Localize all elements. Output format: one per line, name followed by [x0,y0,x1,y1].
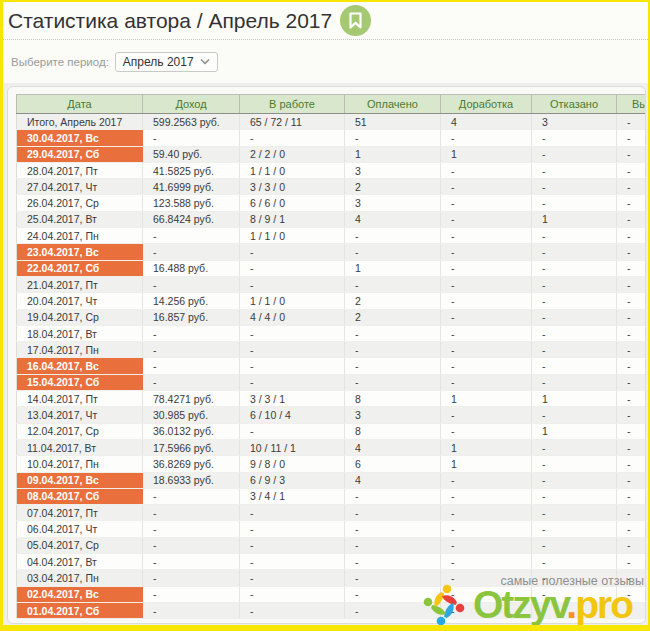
cell-inwork: - [240,358,345,374]
cell-inwork: - [240,342,345,358]
cell-date: 27.04.2017, Чт [17,179,143,195]
cell-inwork: - [240,276,345,292]
table-row: 25.04.2017, Вт66.8424 руб.8 / 9 / 14-1- [17,211,647,227]
cell-income: - [143,374,240,390]
cell-inwork: - [240,325,345,341]
period-bar: Выберите период: Апрель 2017 [3,40,648,83]
cell-date: 15.04.2017, Сб [17,374,143,390]
cell-date: 16.04.2017, Вс [17,358,143,374]
table-row: 07.04.2017, Пт------ [17,505,647,521]
cell-date: Итого, Апрель 2017 [17,114,143,130]
table-row: 30.04.2017, Вс------ [17,130,647,146]
cell-rejected: - [532,325,617,341]
cell-rejected: - [532,293,617,309]
cell-inwork: - [240,521,345,537]
cell-rework: - [441,358,532,374]
cell-rejected: - [532,456,617,472]
cell-inwork: 9 / 8 / 0 [240,456,345,472]
bookmark-icon[interactable] [340,5,371,36]
cell-income: 66.8424 руб. [143,211,240,227]
cell-income: - [143,488,240,504]
cell-inwork: 6 / 10 / 4 [240,407,345,423]
cell-out: - [617,228,647,244]
table-row: 13.04.2017, Чт30.985 руб.6 / 10 / 43--- [17,407,647,423]
cell-date: 23.04.2017, Вс [17,244,143,260]
cell-out: - [617,244,647,260]
cell-date: 04.04.2017, Вт [17,554,143,570]
cell-rejected: - [532,162,617,178]
cell-date: 18.04.2017, Вт [17,325,143,341]
cell-paid: 4 [345,472,441,488]
cell-income: 30.985 руб. [143,407,240,423]
brand-green-part: Otzyv [473,583,566,626]
cell-date: 24.04.2017, Пн [17,228,143,244]
cell-out: - [617,439,647,455]
column-header: Доход [143,95,240,114]
cell-rework: 1 [441,456,532,472]
cell-rejected: - [532,374,617,390]
cell-rejected: - [532,537,617,553]
page-title: Статистика автора / Апрель 2017 [8,9,332,33]
cell-inwork: 3 / 3 / 1 [240,391,345,407]
table-row: 12.04.2017, Ср36.0132 руб.-8-1- [17,423,647,439]
cell-paid: - [345,374,441,390]
table-row: 19.04.2017, Ср16.857 руб.4 / 4 / 02--- [17,309,647,325]
cell-income: 17.5966 руб. [143,439,240,455]
cell-date: 19.04.2017, Ср [17,309,143,325]
cell-income: 36.8269 руб. [143,456,240,472]
cell-rejected: - [532,146,617,162]
table-row: 09.04.2017, Вс18.6933 руб.6 / 9 / 34--- [17,472,647,488]
cell-rejected: - [532,244,617,260]
cell-rejected: - [532,195,617,211]
cell-date: 26.04.2017, Ср [17,195,143,211]
cell-out: - [617,293,647,309]
cell-rework: - [441,244,532,260]
column-header: Отказано [532,95,617,114]
cell-date: 10.04.2017, Пн [17,456,143,472]
cell-rework: - [441,179,532,195]
cell-date: 13.04.2017, Чт [17,407,143,423]
cell-rework: 1 [441,439,532,455]
cell-rework: - [441,325,532,341]
cell-rework: - [441,293,532,309]
cell-date: 11.04.2017, Вт [17,439,143,455]
cell-out: - [617,195,647,211]
cell-paid: - [345,521,441,537]
cell-paid: 2 [345,309,441,325]
cell-inwork: - [240,423,345,439]
cell-rejected: - [532,439,617,455]
cell-out: - [617,423,647,439]
cell-inwork: - [240,570,345,586]
table-row: 20.04.2017, Чт14.256 руб.1 / 1 / 02--- [17,293,647,309]
cell-inwork: 3 / 4 / 1 [240,488,345,504]
cell-paid: 6 [345,456,441,472]
cell-income: - [143,505,240,521]
cell-income: - [143,342,240,358]
cell-paid: - [345,244,441,260]
cell-rejected: - [532,130,617,146]
cell-paid: 3 [345,407,441,423]
column-header: Выв [617,95,647,114]
cell-out: - [617,130,647,146]
cell-out: - [617,537,647,553]
cell-rejected: - [532,488,617,504]
cell-income: 18.6933 руб. [143,472,240,488]
cell-date: 17.04.2017, Пн [17,342,143,358]
otzyv-brand-text: Otzyv.pro [473,583,632,627]
cell-income: 16.857 руб. [143,309,240,325]
table-row: 27.04.2017, Чт41.6999 руб.3 / 3 / 02--- [17,179,647,195]
period-select[interactable]: Апрель 2017 [115,52,218,72]
cell-rejected: - [532,358,617,374]
table-row: 22.04.2017, Сб16.488 руб.-1--- [17,260,647,276]
cell-rework: - [441,423,532,439]
cell-paid: 51 [345,114,441,130]
cell-out: - [617,521,647,537]
cell-rejected: 1 [532,423,617,439]
cell-inwork: - [240,505,345,521]
cell-inwork: - [240,374,345,390]
cell-date: 09.04.2017, Вс [17,472,143,488]
cell-rework: - [441,472,532,488]
table-row: 04.04.2017, Вт------ [17,554,647,570]
cell-rejected: 3 [532,114,617,130]
cell-income: - [143,130,240,146]
